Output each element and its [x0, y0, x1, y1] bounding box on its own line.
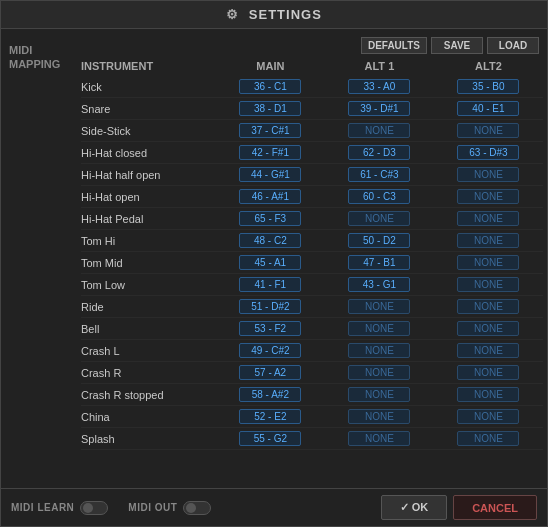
cell-instrument: Crash R	[81, 362, 216, 384]
cell-instrument: Side-Stick	[81, 120, 216, 142]
cell-alt2[interactable]: NONE	[434, 274, 543, 296]
cell-main[interactable]: 55 - G2	[216, 428, 325, 450]
cell-alt1[interactable]: NONE	[325, 120, 434, 142]
table-header-row: INSTRUMENT MAIN ALT 1 ALT2	[81, 58, 543, 76]
midi-table: INSTRUMENT MAIN ALT 1 ALT2 Kick36 - C133…	[81, 58, 543, 450]
table-row: Hi-Hat Pedal65 - F3NONENONE	[81, 208, 543, 230]
midi-out-toggle[interactable]	[183, 501, 211, 515]
cell-instrument: Crash L	[81, 340, 216, 362]
midi-learn-toggle-group: MIDI LEARN	[11, 501, 108, 515]
cell-alt2[interactable]: NONE	[434, 362, 543, 384]
cell-main[interactable]: 48 - C2	[216, 230, 325, 252]
table-row: Snare38 - D139 - D#140 - E1	[81, 98, 543, 120]
cell-alt1[interactable]: NONE	[325, 318, 434, 340]
cell-alt1[interactable]: 43 - G1	[325, 274, 434, 296]
cell-alt1[interactable]: 61 - C#3	[325, 164, 434, 186]
table-row: Splash55 - G2NONENONE	[81, 428, 543, 450]
cell-main[interactable]: 42 - F#1	[216, 142, 325, 164]
cell-alt2[interactable]: NONE	[434, 120, 543, 142]
cell-alt2[interactable]: 63 - D#3	[434, 142, 543, 164]
ok-button[interactable]: ✓ OK	[381, 495, 448, 520]
table-row: Side-Stick37 - C#1NONENONE	[81, 120, 543, 142]
col-main: MAIN	[216, 58, 325, 76]
cell-instrument: Hi-Hat half open	[81, 164, 216, 186]
title-bar: ⚙ SETTINGS	[1, 1, 547, 29]
right-panel: DEFAULTS SAVE LOAD INSTRUMENT MAIN ALT 1…	[81, 29, 547, 488]
cell-alt2[interactable]: NONE	[434, 208, 543, 230]
cell-main[interactable]: 38 - D1	[216, 98, 325, 120]
cell-main[interactable]: 41 - F1	[216, 274, 325, 296]
cell-main[interactable]: 44 - G#1	[216, 164, 325, 186]
cancel-button[interactable]: CANCEL	[453, 495, 537, 520]
cell-alt1[interactable]: NONE	[325, 428, 434, 450]
col-alt1: ALT 1	[325, 58, 434, 76]
cell-instrument: Hi-Hat closed	[81, 142, 216, 164]
cell-main[interactable]: 53 - F2	[216, 318, 325, 340]
midi-learn-toggle[interactable]	[80, 501, 108, 515]
cell-main[interactable]: 37 - C#1	[216, 120, 325, 142]
cell-alt2[interactable]: 35 - B0	[434, 76, 543, 98]
top-right-buttons: DEFAULTS SAVE LOAD	[81, 33, 547, 58]
cell-main[interactable]: 46 - A#1	[216, 186, 325, 208]
cell-main[interactable]: 51 - D#2	[216, 296, 325, 318]
footer-left: MIDI LEARN MIDI OUT	[11, 501, 211, 515]
cell-alt1[interactable]: NONE	[325, 362, 434, 384]
col-instrument: INSTRUMENT	[81, 58, 216, 76]
cell-main[interactable]: 52 - E2	[216, 406, 325, 428]
cell-instrument: Snare	[81, 98, 216, 120]
cell-instrument: China	[81, 406, 216, 428]
cell-alt1[interactable]: NONE	[325, 406, 434, 428]
gear-icon: ⚙	[226, 7, 239, 22]
cell-alt2[interactable]: NONE	[434, 164, 543, 186]
cell-alt1[interactable]: NONE	[325, 208, 434, 230]
footer-right: ✓ OK CANCEL	[381, 495, 537, 520]
cell-alt1[interactable]: NONE	[325, 296, 434, 318]
col-alt2: ALT2	[434, 58, 543, 76]
cell-alt1[interactable]: 60 - C3	[325, 186, 434, 208]
cell-alt2[interactable]: NONE	[434, 406, 543, 428]
cell-alt2[interactable]: NONE	[434, 230, 543, 252]
table-row: Hi-Hat closed42 - F#162 - D363 - D#3	[81, 142, 543, 164]
table-row: Crash L49 - C#2NONENONE	[81, 340, 543, 362]
cell-main[interactable]: 57 - A2	[216, 362, 325, 384]
cell-alt2[interactable]: NONE	[434, 384, 543, 406]
cell-alt2[interactable]: NONE	[434, 340, 543, 362]
cell-instrument: Ride	[81, 296, 216, 318]
cell-alt1[interactable]: NONE	[325, 340, 434, 362]
cell-alt2[interactable]: NONE	[434, 252, 543, 274]
midi-mapping-label: MIDI MAPPING	[9, 43, 60, 72]
cell-instrument: Tom Mid	[81, 252, 216, 274]
cell-alt2[interactable]: NONE	[434, 428, 543, 450]
midi-learn-label: MIDI LEARN	[11, 502, 74, 513]
save-button[interactable]: SAVE	[431, 37, 483, 54]
cell-main[interactable]: 49 - C#2	[216, 340, 325, 362]
cell-main[interactable]: 45 - A1	[216, 252, 325, 274]
cell-alt2[interactable]: NONE	[434, 186, 543, 208]
window-title: SETTINGS	[249, 7, 322, 22]
load-button[interactable]: LOAD	[487, 37, 539, 54]
cell-instrument: Splash	[81, 428, 216, 450]
table-row: China52 - E2NONENONE	[81, 406, 543, 428]
cell-alt2[interactable]: 40 - E1	[434, 98, 543, 120]
table-row: Hi-Hat half open44 - G#161 - C#3NONE	[81, 164, 543, 186]
cell-main[interactable]: 65 - F3	[216, 208, 325, 230]
cell-instrument: Hi-Hat Pedal	[81, 208, 216, 230]
cell-alt1[interactable]: 50 - D2	[325, 230, 434, 252]
midi-table-container[interactable]: INSTRUMENT MAIN ALT 1 ALT2 Kick36 - C133…	[81, 58, 547, 484]
cell-alt1[interactable]: 39 - D#1	[325, 98, 434, 120]
cell-alt1[interactable]: NONE	[325, 384, 434, 406]
cell-main[interactable]: 36 - C1	[216, 76, 325, 98]
cell-instrument: Tom Low	[81, 274, 216, 296]
table-body: Kick36 - C133 - A035 - B0Snare38 - D139 …	[81, 76, 543, 450]
settings-window: ⚙ SETTINGS MIDI MAPPING DEFAULTS SAVE LO…	[0, 0, 548, 527]
cell-main[interactable]: 58 - A#2	[216, 384, 325, 406]
cell-alt1[interactable]: 33 - A0	[325, 76, 434, 98]
defaults-button[interactable]: DEFAULTS	[361, 37, 427, 54]
cell-instrument: Crash R stopped	[81, 384, 216, 406]
cell-alt1[interactable]: 47 - B1	[325, 252, 434, 274]
cell-alt1[interactable]: 62 - D3	[325, 142, 434, 164]
cell-alt2[interactable]: NONE	[434, 296, 543, 318]
table-row: Crash R stopped58 - A#2NONENONE	[81, 384, 543, 406]
cell-alt2[interactable]: NONE	[434, 318, 543, 340]
cell-instrument: Hi-Hat open	[81, 186, 216, 208]
